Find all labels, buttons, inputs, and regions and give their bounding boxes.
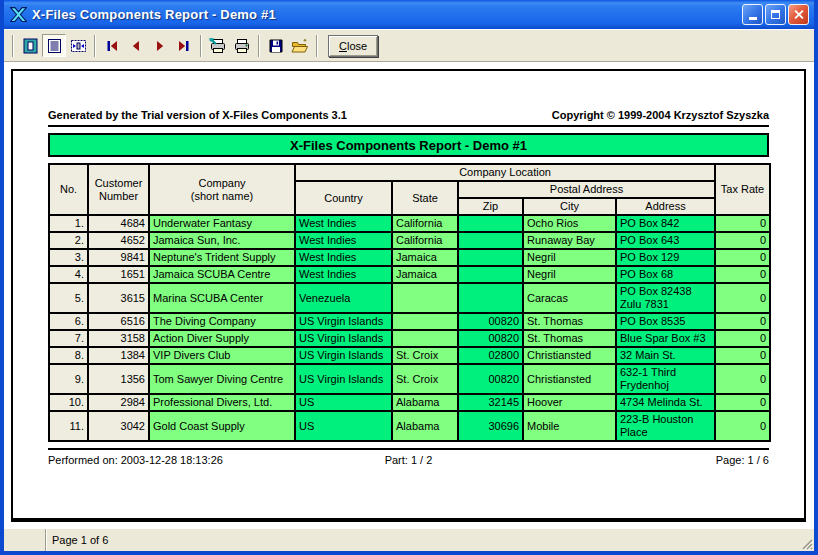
cell-zip: 02800 (458, 347, 523, 364)
cell-customer-number: 1651 (88, 266, 149, 283)
last-page-icon (176, 38, 192, 54)
cell-no: 6. (49, 313, 88, 330)
cell-tax-rate: 0 (715, 266, 770, 283)
cell-city: St. Thomas (523, 313, 616, 330)
report-copyright-text: Copyright © 1999-2004 Krzysztof Szyszka (552, 109, 769, 121)
toolbar-separator (12, 35, 14, 57)
cell-company: Jamaica Sun, Inc. (149, 232, 295, 249)
table-row: 11.3042Gold Coast SupplyUSAlabama30696Mo… (49, 411, 770, 441)
minimize-icon (749, 17, 757, 20)
cell-company: Action Diver Supply (149, 330, 295, 347)
cell-state (392, 313, 458, 330)
previous-page-button[interactable] (124, 34, 148, 57)
close-report-button[interactable]: Close (328, 35, 378, 57)
open-folder-icon (291, 38, 309, 54)
report-page: Generated by the Trial version of X-File… (11, 69, 806, 522)
cell-company: VIP Divers Club (149, 347, 295, 364)
cell-country: US Virgin Islands (295, 313, 392, 330)
cell-company: The Diving Company (149, 313, 295, 330)
app-window: X-Files Components Report - Demo #1 (0, 0, 818, 555)
close-icon (793, 9, 804, 20)
cell-no: 9. (49, 364, 88, 394)
cell-address: PO Box 68 (616, 266, 715, 283)
toolbar-separator (94, 35, 96, 57)
cell-tax-rate: 0 (715, 330, 770, 347)
cell-address: 4734 Melinda St. (616, 394, 715, 411)
status-panel-empty (4, 529, 46, 551)
next-page-button[interactable] (148, 34, 172, 57)
next-page-icon (152, 38, 168, 54)
col-header-postal-address: Postal Address (458, 181, 715, 198)
report-table: No. Customer Number Company (short name)… (48, 163, 771, 442)
cell-country: US (295, 394, 392, 411)
close-report-label: Close (339, 40, 367, 52)
col-header-city: City (523, 198, 616, 215)
cell-zip (458, 215, 523, 232)
cell-address: 632-1 Third Frydenhoj (616, 364, 715, 394)
cell-no: 4. (49, 266, 88, 283)
close-window-button[interactable] (788, 4, 809, 25)
cell-country: US (295, 411, 392, 441)
report-viewport[interactable]: Generated by the Trial version of X-File… (4, 62, 814, 528)
table-row: 4.1651Jamaica SCUBA CentreWest IndiesJam… (49, 266, 770, 283)
cell-no: 8. (49, 347, 88, 364)
report-generated-text: Generated by the Trial version of X-File… (48, 109, 347, 121)
toolbar-separator (258, 35, 260, 57)
cell-zip (458, 266, 523, 283)
col-header-address: Address (616, 198, 715, 215)
cell-tax-rate: 0 (715, 313, 770, 330)
col-header-country: Country (295, 181, 392, 215)
table-row: 7.3158Action Diver SupplyUS Virgin Islan… (49, 330, 770, 347)
text-view-button[interactable] (42, 34, 66, 57)
title-bar[interactable]: X-Files Components Report - Demo #1 (4, 0, 814, 29)
cell-country: US Virgin Islands (295, 347, 392, 364)
table-row: 9.1356Tom Sawyer Diving CentreUS Virgin … (49, 364, 770, 394)
cell-zip (458, 232, 523, 249)
toolbar-separator (200, 35, 202, 57)
cell-customer-number: 6516 (88, 313, 149, 330)
cell-zip (458, 283, 523, 313)
cell-city: Ocho Rios (523, 215, 616, 232)
save-report-button[interactable] (264, 34, 288, 57)
last-page-button[interactable] (172, 34, 196, 57)
minimize-button[interactable] (742, 4, 763, 25)
cell-no: 3. (49, 249, 88, 266)
maximize-button[interactable] (765, 4, 786, 25)
col-header-customer-number: Customer Number (88, 164, 149, 215)
cell-tax-rate: 0 (715, 364, 770, 394)
cell-no: 5. (49, 283, 88, 313)
window-title: X-Files Components Report - Demo #1 (32, 7, 742, 22)
cell-country: West Indies (295, 249, 392, 266)
print-button[interactable] (230, 34, 254, 57)
cell-zip: 00820 (458, 330, 523, 347)
resize-grip[interactable] (800, 537, 813, 550)
cell-address: PO Box 643 (616, 232, 715, 249)
whole-page-view-button[interactable] (18, 34, 42, 57)
cell-city: Negril (523, 249, 616, 266)
page-width-view-button[interactable] (66, 34, 90, 57)
print-setup-button[interactable] (206, 34, 230, 57)
print-setup-icon (209, 38, 227, 54)
first-page-button[interactable] (100, 34, 124, 57)
cell-zip (458, 249, 523, 266)
cell-city: Mobile (523, 411, 616, 441)
table-row: 2.4652Jamaica Sun, Inc.West IndiesCalifo… (49, 232, 770, 249)
status-page-text: Page 1 of 6 (46, 529, 814, 551)
footer-page: Page: 1 / 6 (529, 454, 769, 466)
col-header-tax-rate: Tax Rate (715, 164, 770, 215)
cell-state: Jamaica (392, 249, 458, 266)
cell-state: California (392, 232, 458, 249)
header-rule (48, 125, 769, 127)
cell-city: Christiansted (523, 364, 616, 394)
col-header-state: State (392, 181, 458, 215)
table-row: 5.3615Marina SCUBA CenterVenezuelaCaraca… (49, 283, 770, 313)
footer-rule (48, 448, 769, 450)
cell-state (392, 330, 458, 347)
cell-address: PO Box 82438 Zulu 7831 (616, 283, 715, 313)
open-report-button[interactable] (288, 34, 312, 57)
cell-customer-number: 9841 (88, 249, 149, 266)
cell-company: Jamaica SCUBA Centre (149, 266, 295, 283)
cell-zip: 00820 (458, 313, 523, 330)
cell-company: Tom Sawyer Diving Centre (149, 364, 295, 394)
cell-state (392, 283, 458, 313)
